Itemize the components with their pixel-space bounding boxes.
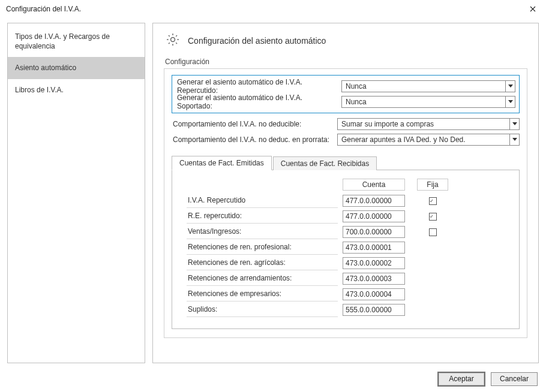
sidebar-item-libros-iva[interactable]: Libros de I.V.A. bbox=[8, 79, 145, 101]
gear-icon bbox=[165, 32, 181, 49]
field-label-no-deducible: Comportamiento del I.V.A. no deducible: bbox=[172, 120, 332, 128]
account-row: Suplidos:555.0.0.00000 bbox=[187, 302, 508, 318]
account-row: Retenciones de arrendamientos:473.0.0.00… bbox=[187, 271, 508, 287]
accept-button[interactable]: Aceptar bbox=[438, 372, 485, 386]
account-row: Retenciones de empresarios:473.0.0.00004 bbox=[187, 287, 508, 302]
account-row: Retenciones de ren. profesional:473.0.0.… bbox=[187, 240, 508, 255]
button-label: Cancelar bbox=[500, 375, 529, 383]
account-input[interactable]: 477.0.0.00000 bbox=[343, 195, 405, 207]
sidebar-item-asiento-automatico[interactable]: Asiento automático bbox=[8, 57, 145, 79]
account-label: R.E. repercutido: bbox=[187, 210, 338, 224]
sidebar-item-label: Libros de I.V.A. bbox=[15, 86, 64, 94]
sidebar-item-label: Asiento automático bbox=[15, 64, 76, 72]
tab-cuentas-recibidas[interactable]: Cuentas de Fact. Recibidas bbox=[273, 156, 377, 170]
account-input[interactable]: 473.0.0.00003 bbox=[343, 273, 405, 285]
field-label-soportado: Generar el asiento automático de I.V.A. … bbox=[176, 94, 337, 110]
select-no-deducible[interactable]: Sumar su importe a compras bbox=[337, 118, 520, 130]
sidebar: Tipos de I.V.A. y Recargos de equivalenc… bbox=[7, 23, 145, 363]
chevron-down-icon bbox=[505, 97, 515, 107]
content-panel: Configuración del asiento automático Con… bbox=[152, 23, 539, 363]
tab-strip: Cuentas de Fact. Emitidas Cuentas de Fac… bbox=[172, 156, 520, 170]
column-header-cuenta: Cuenta bbox=[343, 179, 405, 191]
button-label: Aceptar bbox=[449, 375, 473, 383]
select-value: Sumar su importe a compras bbox=[341, 120, 434, 128]
tab-label: Cuentas de Fact. Recibidas bbox=[281, 159, 369, 168]
page-title: Configuración del asiento automático bbox=[188, 36, 326, 46]
section-label: Configuración bbox=[164, 58, 527, 66]
tab-cuentas-emitidas[interactable]: Cuentas de Fact. Emitidas bbox=[172, 156, 272, 170]
fija-checkbox[interactable] bbox=[429, 197, 437, 205]
column-header-fija: Fija bbox=[417, 179, 448, 191]
account-label: Retenciones de arrendamientos: bbox=[187, 272, 338, 286]
window-title: Configuración del I.V.A. bbox=[6, 5, 81, 13]
account-row: Ventas/Ingresos:700.0.0.00000 bbox=[187, 224, 508, 240]
select-value: Nunca bbox=[346, 98, 367, 106]
fija-checkbox[interactable] bbox=[429, 213, 437, 221]
account-label: Ventas/Ingresos: bbox=[187, 225, 338, 239]
account-input[interactable]: 473.0.0.00004 bbox=[343, 288, 405, 300]
account-label: Retenciones de ren. profesional: bbox=[187, 241, 338, 255]
fija-checkbox[interactable] bbox=[429, 228, 437, 236]
tab-label: Cuentas de Fact. Emitidas bbox=[179, 159, 264, 167]
chevron-down-icon bbox=[509, 134, 519, 145]
field-label-repercutido: Generar el asiento automático de I.V.A. … bbox=[176, 78, 337, 95]
account-row: R.E. repercutido:477.0.0.00000 bbox=[187, 209, 508, 224]
account-input[interactable]: 473.0.0.00002 bbox=[343, 257, 405, 269]
account-input[interactable]: 477.0.0.00000 bbox=[343, 210, 405, 222]
account-label: I.V.A. Repercutido bbox=[187, 194, 338, 208]
account-row: Retenciones de ren. agrícolas:473.0.0.00… bbox=[187, 255, 508, 271]
account-label: Retenciones de empresarios: bbox=[187, 288, 338, 301]
cancel-button[interactable]: Cancelar bbox=[491, 372, 538, 386]
field-label-prorrata: Comportamiento del I.V.A. no deduc. en p… bbox=[172, 135, 332, 144]
config-group: Generar el asiento automático de I.V.A. … bbox=[164, 68, 527, 338]
account-row: I.V.A. Repercutido477.0.0.00000 bbox=[187, 193, 508, 209]
select-value: Generar apuntes a IVA Ded. y No Ded. bbox=[341, 135, 466, 144]
highlighted-config-block: Generar el asiento automático de I.V.A. … bbox=[172, 75, 520, 113]
select-soportado[interactable]: Nunca bbox=[341, 96, 515, 108]
account-label: Retenciones de ren. agrícolas: bbox=[187, 257, 338, 270]
account-fija-cell bbox=[417, 213, 448, 221]
sidebar-item-tipos-iva[interactable]: Tipos de I.V.A. y Recargos de equivalenc… bbox=[8, 26, 145, 57]
svg-point-0 bbox=[171, 38, 175, 42]
account-input[interactable]: 473.0.0.00001 bbox=[343, 242, 405, 254]
chevron-down-icon bbox=[505, 81, 515, 92]
account-input[interactable]: 700.0.0.00000 bbox=[343, 226, 405, 238]
account-input[interactable]: 555.0.0.00000 bbox=[343, 304, 405, 316]
select-value: Nunca bbox=[346, 82, 367, 91]
close-icon bbox=[530, 6, 536, 12]
close-button[interactable] bbox=[520, 0, 546, 18]
chevron-down-icon bbox=[509, 119, 519, 129]
select-repercutido[interactable]: Nunca bbox=[341, 80, 515, 92]
select-prorrata[interactable]: Generar apuntes a IVA Ded. y No Ded. bbox=[337, 134, 520, 146]
account-fija-cell bbox=[417, 197, 448, 205]
sidebar-item-label: Tipos de I.V.A. y Recargos de equivalenc… bbox=[15, 32, 110, 50]
account-label: Suplidos: bbox=[187, 303, 338, 317]
tab-panel: Cuenta Fija I.V.A. Repercutido477.0.0.00… bbox=[172, 170, 520, 329]
account-fija-cell bbox=[417, 228, 448, 236]
